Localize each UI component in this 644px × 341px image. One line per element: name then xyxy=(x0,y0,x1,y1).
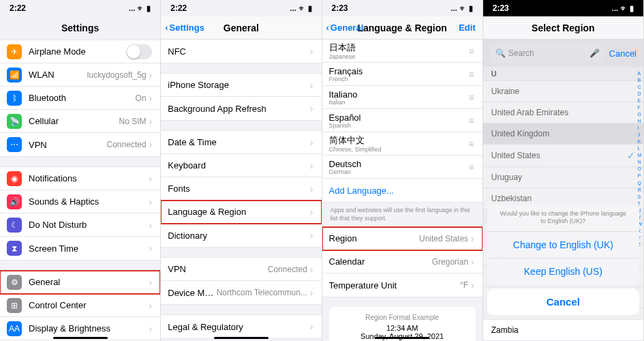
chevron-icon: › xyxy=(310,207,313,218)
drag-handle-icon[interactable]: ≡ xyxy=(469,162,474,173)
row-value: United States xyxy=(419,234,468,243)
row-value: Connected xyxy=(107,140,147,149)
settings-row[interactable]: ⚙General› xyxy=(0,271,160,294)
row-icon: ☾ xyxy=(7,218,22,233)
drag-handle-icon[interactable]: ≡ xyxy=(469,92,474,103)
row-label: Display & Brightness xyxy=(29,323,149,333)
back-button[interactable]: ‹ Settings xyxy=(165,23,204,33)
status-bar: 2:23...ᯤ▮ xyxy=(483,0,643,16)
region-row[interactable]: Ukraine xyxy=(483,81,643,102)
settings-row[interactable]: Dictionary› xyxy=(161,224,321,247)
row-value: No SIM xyxy=(119,117,147,126)
row-label: Background App Refresh xyxy=(168,104,310,114)
chevron-icon: › xyxy=(310,264,313,275)
toggle[interactable] xyxy=(126,44,152,59)
settings-row[interactable]: Background App Refresh› xyxy=(161,97,321,120)
settings-row[interactable]: ⋯VPNConnected› xyxy=(0,133,160,156)
language-row[interactable]: FrançaisFrench≡ xyxy=(322,63,482,86)
page-title: Select Region xyxy=(532,23,595,33)
row-value: °F xyxy=(460,280,468,290)
row-label: Screen Time xyxy=(29,243,149,254)
row-value: On xyxy=(136,93,147,103)
settings-row[interactable]: ⧗Screen Time› xyxy=(0,237,160,260)
chevron-icon: › xyxy=(149,139,153,150)
row-icon: ᛒ xyxy=(7,91,22,106)
language-row[interactable]: DeutschGerman≡ xyxy=(322,155,482,179)
region-format-example: Region Format Example 12:34 AM Sunday, A… xyxy=(329,307,476,341)
chevron-icon: › xyxy=(149,116,153,127)
drag-handle-icon[interactable]: ≡ xyxy=(469,69,474,80)
sheet-cancel-button[interactable]: Cancel xyxy=(487,288,639,315)
row-icon: 📶 xyxy=(7,68,22,83)
chevron-icon: › xyxy=(310,321,313,332)
row-icon: ⋯ xyxy=(7,137,22,152)
row-label: Fonts xyxy=(168,183,310,194)
region-row[interactable]: Uruguay xyxy=(483,167,643,188)
row-label: Cellular xyxy=(29,116,119,126)
mic-icon[interactable]: 🎤 xyxy=(589,48,600,58)
row-value: Northcom Telecommun... xyxy=(217,288,307,297)
settings-row[interactable]: VPNConnected› xyxy=(161,258,321,281)
row-value: Gregorian xyxy=(432,257,468,267)
screen-select-region: 2:23...ᯤ▮ Select Region 🔍Search🎤 Cancel … xyxy=(483,0,644,341)
search-input[interactable]: 🔍Search🎤 xyxy=(490,44,605,63)
region-row[interactable]: United States✓ xyxy=(483,145,643,167)
status-bar: 2:22...ᯤ▮ xyxy=(161,0,321,16)
language-row[interactable]: 日本語Japanese≡ xyxy=(322,40,482,63)
settings-row[interactable]: ⊞Control Center› xyxy=(0,294,160,317)
chevron-icon: › xyxy=(310,287,313,298)
language-row[interactable]: 简体中文Chinese, Simplified≡ xyxy=(322,132,482,155)
row-label: Device Management xyxy=(168,288,216,298)
keep-language-button[interactable]: Keep English (US) xyxy=(487,258,639,284)
settings-row[interactable]: RegionUnited States› xyxy=(322,227,482,250)
status-bar: 2:23...ᯤ▮ xyxy=(322,0,482,16)
chevron-icon: › xyxy=(310,137,313,148)
row-label: WLAN xyxy=(29,70,87,80)
region-row[interactable]: United Kingdom xyxy=(483,123,643,145)
language-sub: French xyxy=(329,76,363,83)
home-indicator[interactable] xyxy=(53,337,108,339)
language-row[interactable]: ItalianoItalian≡ xyxy=(322,86,482,109)
settings-row[interactable]: 📶WLANluckydogsoft_5g› xyxy=(0,63,160,87)
drag-handle-icon[interactable]: ≡ xyxy=(469,115,474,126)
row-value: luckydogsoft_5g xyxy=(87,70,147,80)
home-indicator[interactable] xyxy=(375,337,429,339)
settings-row[interactable]: Legal & Regulatory› xyxy=(161,315,321,338)
settings-row[interactable]: 📡CellularNo SIM› xyxy=(0,110,160,133)
cancel-button[interactable]: Cancel xyxy=(609,48,637,59)
add-language-button[interactable]: Add Language... xyxy=(322,179,482,202)
settings-row[interactable]: ☾Do Not Disturb› xyxy=(0,213,160,237)
change-language-button[interactable]: Change to English (UK) xyxy=(487,232,639,258)
row-label: Legal & Regulatory xyxy=(168,322,310,332)
settings-row[interactable]: ◉Notifications› xyxy=(0,167,160,190)
settings-row[interactable]: Date & Time› xyxy=(161,131,321,154)
settings-row[interactable]: Keyboard› xyxy=(161,154,321,177)
settings-row[interactable]: iPhone Storage› xyxy=(161,74,321,97)
region-row[interactable]: United Arab Emirates xyxy=(483,102,643,123)
settings-row[interactable]: ✈︎Airplane Mode xyxy=(0,40,160,63)
row-icon: ⚙ xyxy=(7,275,22,290)
chevron-icon: › xyxy=(149,93,153,104)
settings-row[interactable]: Fonts› xyxy=(161,177,321,201)
language-sub: German xyxy=(329,169,362,175)
chevron-icon: › xyxy=(149,323,153,334)
drag-handle-icon[interactable]: ≡ xyxy=(469,138,474,149)
settings-row[interactable]: NFC› xyxy=(161,40,321,63)
settings-row[interactable]: ᛒBluetoothOn› xyxy=(0,87,160,110)
settings-row[interactable]: Device ManagementNorthcom Telecommun...› xyxy=(161,281,321,304)
chevron-icon: › xyxy=(471,256,474,267)
settings-row[interactable]: Language & Region› xyxy=(161,201,321,224)
settings-row[interactable]: 🔊Sounds & Haptics› xyxy=(0,190,160,213)
drag-handle-icon[interactable]: ≡ xyxy=(469,46,474,57)
back-button[interactable]: ‹ General xyxy=(326,23,364,33)
language-name: Italiano xyxy=(329,89,358,100)
row-label: Region xyxy=(329,233,420,243)
settings-row[interactable]: Temperature Unit°F› xyxy=(322,273,482,297)
row-icon: 🔊 xyxy=(7,194,22,209)
settings-row[interactable]: CalendarGregorian› xyxy=(322,250,482,273)
edit-button[interactable]: Edit xyxy=(459,23,476,33)
row-value: Connected xyxy=(268,265,307,274)
language-row[interactable]: EspañolSpanish≡ xyxy=(322,109,482,132)
chevron-icon: › xyxy=(310,103,313,114)
home-indicator[interactable] xyxy=(214,337,269,339)
